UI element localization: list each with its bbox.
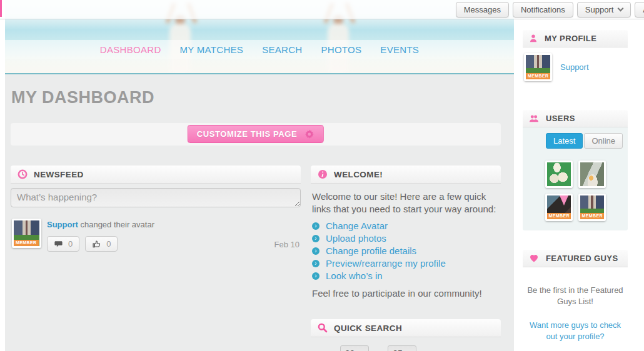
search-icon [318, 323, 328, 333]
age-from-input[interactable] [340, 345, 369, 351]
users-group-icon [529, 114, 539, 123]
support-dropdown-label: Support [585, 5, 614, 14]
quick-search-header: QUICK SEARCH [311, 319, 501, 337]
tab-online[interactable]: Online [584, 133, 623, 149]
arrow-bullet-icon [312, 235, 319, 242]
sidebar: MY PROFILE MEMBER Support USERS Latest [523, 30, 628, 351]
feed-item-avatar[interactable]: MEMBER [12, 219, 41, 248]
welcome-links: Change Avatar Upload photos Change profi… [312, 220, 500, 282]
ribbon-decoration [560, 195, 568, 205]
users-title: USERS [546, 114, 575, 123]
tab-latest[interactable]: Latest [546, 133, 583, 149]
support-dropdown-button[interactable]: Support [577, 2, 631, 17]
chevron-down-icon [618, 6, 624, 12]
user-avatar[interactable]: MEMBER [578, 194, 606, 221]
user-avatar[interactable] [545, 161, 573, 188]
member-badge: MEMBER [14, 240, 39, 246]
top-toolbar-buttons: Messages Notifications Support A [456, 2, 644, 17]
member-badge: MEMBER [580, 213, 605, 219]
list-item: Change profile details [312, 245, 500, 257]
customize-page-label: CUSTOMIZE THIS PAGE [197, 129, 297, 139]
my-profile-username-link[interactable]: Support [560, 62, 589, 72]
feed-item-username-link[interactable]: Support [47, 220, 78, 229]
newsfeed-header: NEWSFEED [11, 166, 301, 184]
messages-button[interactable]: Messages [456, 2, 509, 17]
featured-guys-link[interactable]: Want more guys to check out your profile… [525, 320, 625, 342]
banner-overlay [5, 59, 514, 73]
users-tabs: Latest Online [528, 133, 623, 149]
comment-button[interactable]: 0 [47, 236, 79, 252]
age-to-label: to [375, 349, 383, 351]
user-avatar[interactable]: MEMBER [545, 194, 573, 221]
featured-guys-header: FEATURED GUYS [523, 250, 628, 267]
member-badge: MEMBER [547, 213, 572, 219]
my-profile-body: MEMBER Support [523, 47, 628, 89]
feed-item-actions: 0 0 [47, 236, 301, 252]
dashboard-page: DASHBOARD MY MATCHES SEARCH PHOTOS EVENT… [0, 0, 644, 351]
age-to-input[interactable] [388, 345, 416, 351]
avatar-photo [547, 162, 571, 186]
list-item: Change Avatar [312, 220, 500, 232]
upload-photos-link[interactable]: Upload photos [326, 232, 386, 245]
my-profile-header: MY PROFILE [523, 30, 628, 47]
my-profile-section: MY PROFILE MEMBER Support [523, 30, 628, 89]
member-badge: MEMBER [526, 73, 551, 79]
info-icon [318, 169, 328, 179]
customize-page-button[interactable]: CUSTOMIZE THIS PAGE [188, 125, 324, 143]
quick-search-panel: QUICK SEARCH Age to [311, 319, 501, 351]
feed-item: MEMBER Support changed their avatar 0 [11, 218, 301, 254]
change-avatar-link[interactable]: Change Avatar [326, 220, 388, 232]
main-content: MY DASHBOARD CUSTOMIZE THIS PAGE NEWSFEE… [5, 74, 514, 351]
nav-item-photos[interactable]: PHOTOS [321, 44, 361, 55]
welcome-header: WELCOME! [311, 166, 501, 184]
feed-item-text: Support changed their avatar [47, 218, 301, 229]
list-item: Preview/rearrange my profile [312, 257, 500, 270]
featured-guys-section: FEATURED GUYS Be the first in the Featur… [523, 250, 628, 351]
comment-bubble-icon [54, 239, 63, 249]
gear-icon [304, 129, 314, 139]
welcome-outro: Feel free to participate in our communit… [312, 287, 500, 300]
arrow-bullet-icon [312, 222, 319, 230]
age-label: Age [318, 349, 335, 351]
welcome-body: Welcome to our site! Here are a few quic… [311, 184, 501, 300]
person-icon [529, 34, 538, 43]
featured-guys-empty-text: Be the first in the Featured Guys List! [525, 285, 625, 307]
preview-profile-link[interactable]: Preview/rearrange my profile [326, 257, 446, 270]
arrow-bullet-icon [312, 272, 319, 280]
feed-item-date: Feb 10 [274, 240, 299, 249]
my-profile-avatar[interactable]: MEMBER [524, 53, 552, 81]
welcome-title: WELCOME! [334, 170, 383, 179]
main-nav: DASHBOARD MY MATCHES SEARCH PHOTOS EVENT… [5, 40, 514, 59]
admin-button[interactable]: A [635, 2, 644, 17]
quick-search-title: QUICK SEARCH [334, 324, 402, 333]
featured-guys-body: Be the first in the Featured Guys List! … [523, 267, 628, 342]
users-header: USERS [523, 110, 628, 127]
nav-item-my-matches[interactable]: MY MATCHES [180, 44, 244, 55]
status-composer-input[interactable] [11, 188, 301, 207]
welcome-panel: WELCOME! Welcome to our site! Here are a… [311, 166, 501, 300]
change-profile-details-link[interactable]: Change profile details [326, 245, 416, 257]
feed-item-action: changed their avatar [80, 220, 154, 229]
user-avatar[interactable] [578, 161, 606, 188]
thumbs-up-icon [92, 239, 101, 249]
nav-item-events[interactable]: EVENTS [380, 44, 419, 55]
welcome-intro: Welcome to our site! Here are a few quic… [312, 190, 500, 215]
notifications-button[interactable]: Notifications [513, 2, 573, 17]
like-count: 0 [106, 239, 111, 249]
nav-item-search[interactable]: SEARCH [262, 44, 302, 55]
users-body: Latest Online MEMBER [523, 127, 628, 230]
top-toolbar: Messages Notifications Support A [0, 0, 644, 19]
heart-icon [529, 254, 539, 263]
comment-count: 0 [68, 239, 73, 249]
newsfeed-title: NEWSFEED [34, 170, 84, 179]
right-column: WELCOME! Welcome to our site! Here are a… [311, 166, 501, 351]
nav-item-dashboard[interactable]: DASHBOARD [100, 44, 161, 55]
list-item: Look who’s in [312, 270, 500, 282]
arrow-bullet-icon [312, 260, 319, 267]
age-range-row: Age to [311, 345, 501, 351]
newsfeed-panel: NEWSFEED MEMBER Support changed their av… [11, 166, 301, 254]
like-button[interactable]: 0 [85, 236, 118, 252]
look-whos-in-link[interactable]: Look who’s in [326, 270, 383, 282]
users-avatar-grid: MEMBER MEMBER [528, 161, 623, 221]
my-profile-title: MY PROFILE [545, 34, 596, 43]
